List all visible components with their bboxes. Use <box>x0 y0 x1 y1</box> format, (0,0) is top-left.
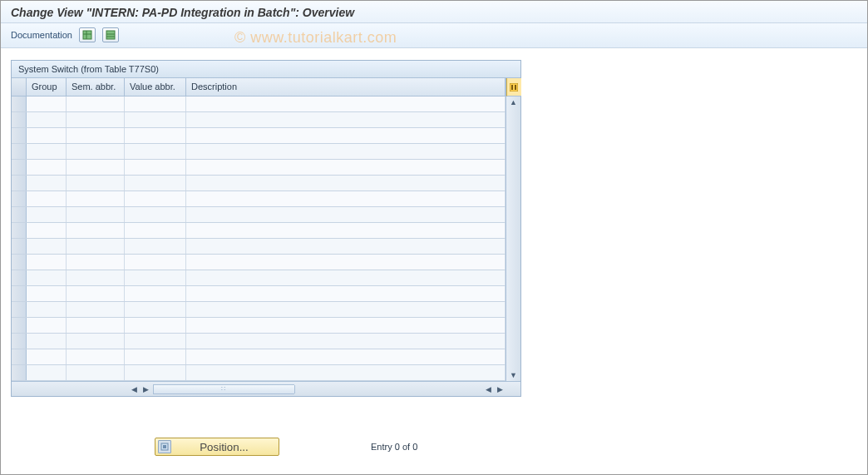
row-selector[interactable] <box>12 176 27 190</box>
row-selector[interactable] <box>12 318 27 333</box>
cell-value-abbr[interactable] <box>125 207 186 222</box>
scroll-up-icon[interactable]: ▲ <box>506 96 521 108</box>
table-row[interactable] <box>12 96 506 112</box>
row-selector[interactable] <box>12 334 27 349</box>
row-selector[interactable] <box>12 239 27 254</box>
cell-sem-abbr[interactable] <box>67 112 125 127</box>
cell-value-abbr[interactable] <box>125 302 186 317</box>
row-selector[interactable] <box>12 112 27 127</box>
cell-description[interactable] <box>186 160 506 175</box>
cell-group[interactable] <box>27 191 67 206</box>
column-header-group[interactable]: Group <box>27 78 67 96</box>
cell-group[interactable] <box>27 239 67 254</box>
cell-description[interactable] <box>186 270 506 285</box>
cell-group[interactable] <box>27 112 67 127</box>
table-view-icon[interactable] <box>79 27 96 42</box>
cell-value-abbr[interactable] <box>125 96 186 111</box>
cell-description[interactable] <box>186 334 506 349</box>
cell-value-abbr[interactable] <box>125 318 186 333</box>
table-row[interactable] <box>12 365 506 381</box>
cell-description[interactable] <box>186 302 506 317</box>
table-row[interactable] <box>12 270 506 286</box>
row-selector[interactable] <box>12 286 27 301</box>
cell-value-abbr[interactable] <box>125 334 186 349</box>
row-selector[interactable] <box>12 255 27 270</box>
table-row[interactable] <box>12 255 506 270</box>
table-row[interactable] <box>12 239 506 255</box>
row-selector[interactable] <box>12 270 27 285</box>
cell-description[interactable] <box>186 223 506 238</box>
cell-sem-abbr[interactable] <box>67 144 125 159</box>
cell-group[interactable] <box>27 144 67 159</box>
cell-sem-abbr[interactable] <box>67 191 125 206</box>
column-header-description[interactable]: Description <box>186 78 506 96</box>
cell-value-abbr[interactable] <box>125 144 186 159</box>
cell-group[interactable] <box>27 270 67 285</box>
cell-group[interactable] <box>27 160 67 175</box>
table-row[interactable] <box>12 318 506 334</box>
cell-description[interactable] <box>186 96 506 111</box>
cell-value-abbr[interactable] <box>125 176 186 190</box>
scroll-left-start-icon[interactable]: ◀ <box>128 385 140 393</box>
row-selector[interactable] <box>12 223 27 238</box>
table-row[interactable] <box>12 176 506 191</box>
cell-sem-abbr[interactable] <box>67 334 125 349</box>
cell-description[interactable] <box>186 144 506 159</box>
cell-value-abbr[interactable] <box>125 349 186 364</box>
cell-sem-abbr[interactable] <box>67 302 125 317</box>
table-row[interactable] <box>12 128 506 144</box>
cell-description[interactable] <box>186 128 506 143</box>
table-row[interactable] <box>12 286 506 302</box>
row-selector-header[interactable] <box>12 78 27 96</box>
row-selector[interactable] <box>12 144 27 159</box>
vertical-scrollbar[interactable]: ▲ ▼ <box>506 78 520 381</box>
row-selector[interactable] <box>12 128 27 143</box>
cell-description[interactable] <box>186 318 506 333</box>
cell-group[interactable] <box>27 207 67 222</box>
cell-value-abbr[interactable] <box>125 160 186 175</box>
cell-group[interactable] <box>27 96 67 111</box>
cell-value-abbr[interactable] <box>125 191 186 206</box>
cell-value-abbr[interactable] <box>125 286 186 301</box>
cell-value-abbr[interactable] <box>125 365 186 380</box>
cell-sem-abbr[interactable] <box>67 207 125 222</box>
hscroll-track[interactable]: ∷ <box>153 384 294 394</box>
cell-value-abbr[interactable] <box>125 270 186 285</box>
cell-description[interactable] <box>186 191 506 206</box>
row-selector[interactable] <box>12 349 27 364</box>
cell-sem-abbr[interactable] <box>67 286 125 301</box>
cell-sem-abbr[interactable] <box>67 349 125 364</box>
table-row[interactable] <box>12 349 506 365</box>
horizontal-scrollbar[interactable]: ◀ ▶ ∷ ◀ ▶ <box>12 381 520 396</box>
cell-group[interactable] <box>27 176 67 190</box>
row-selector[interactable] <box>12 96 27 111</box>
cell-group[interactable] <box>27 286 67 301</box>
cell-description[interactable] <box>186 349 506 364</box>
cell-sem-abbr[interactable] <box>67 239 125 254</box>
cell-sem-abbr[interactable] <box>67 270 125 285</box>
table-row[interactable] <box>12 112 506 128</box>
table-row[interactable] <box>12 302 506 318</box>
cell-group[interactable] <box>27 349 67 364</box>
cell-sem-abbr[interactable] <box>67 318 125 333</box>
cell-value-abbr[interactable] <box>125 255 186 270</box>
cell-description[interactable] <box>186 112 506 127</box>
scroll-right-icon[interactable]: ◀ <box>482 385 494 393</box>
table-row[interactable] <box>12 191 506 207</box>
cell-group[interactable] <box>27 318 67 333</box>
table-row[interactable] <box>12 223 506 239</box>
row-selector[interactable] <box>12 191 27 206</box>
cell-description[interactable] <box>186 239 506 254</box>
cell-value-abbr[interactable] <box>125 223 186 238</box>
column-header-sem-abbr[interactable]: Sem. abbr. <box>67 78 125 96</box>
row-selector[interactable] <box>12 365 27 380</box>
hscroll-thumb[interactable]: ∷ <box>154 385 295 393</box>
cell-group[interactable] <box>27 255 67 270</box>
configure-columns-icon[interactable] <box>506 78 521 96</box>
cell-sem-abbr[interactable] <box>67 176 125 190</box>
cell-sem-abbr[interactable] <box>67 96 125 111</box>
cell-description[interactable] <box>186 207 506 222</box>
cell-description[interactable] <box>186 176 506 190</box>
column-header-value-abbr[interactable]: Value abbr. <box>125 78 186 96</box>
row-selector[interactable] <box>12 160 27 175</box>
